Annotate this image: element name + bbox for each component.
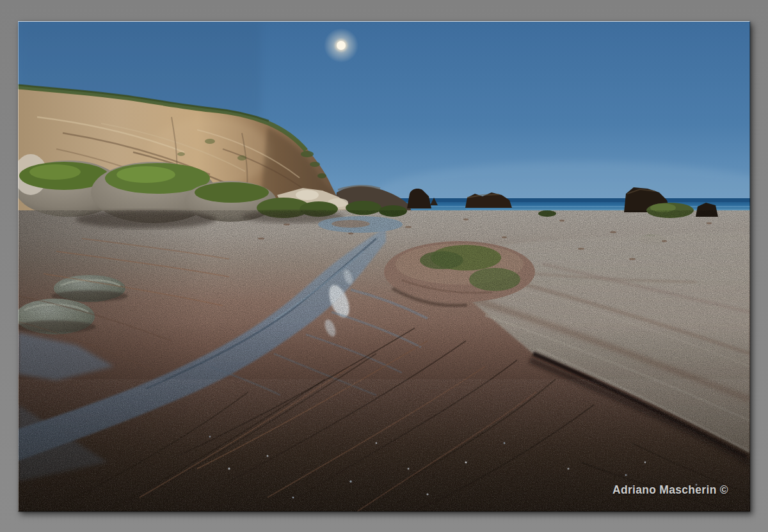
watermark: Adriano Mascherin © bbox=[612, 483, 728, 497]
moon bbox=[324, 28, 358, 63]
framed-photo: Adriano Mascherin © bbox=[18, 21, 750, 512]
sand-grain-texture bbox=[18, 210, 750, 512]
desktop-background: Adriano Mascherin © bbox=[0, 0, 768, 532]
beach-photo-illustration bbox=[18, 21, 750, 512]
